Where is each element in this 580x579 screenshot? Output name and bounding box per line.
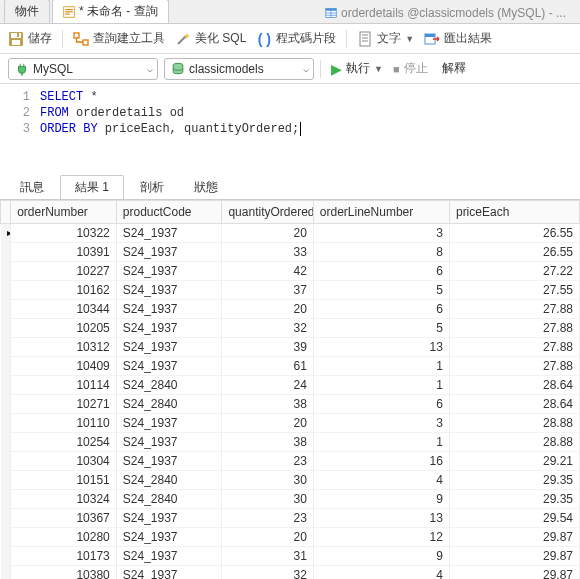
cell[interactable]: 33 bbox=[222, 243, 313, 262]
cell[interactable]: 29.35 bbox=[449, 471, 579, 490]
cell[interactable]: 28.64 bbox=[449, 376, 579, 395]
cell[interactable]: 26.55 bbox=[449, 243, 579, 262]
cell[interactable]: S24_2840 bbox=[116, 395, 222, 414]
explain-button[interactable]: 解釋 bbox=[438, 60, 466, 77]
cell[interactable]: 8 bbox=[313, 243, 449, 262]
table-row[interactable]: 10227S24_193742627.22 bbox=[1, 262, 580, 281]
table-row[interactable]: 10254S24_193738128.88 bbox=[1, 433, 580, 452]
table-row[interactable]: 10344S24_193720627.88 bbox=[1, 300, 580, 319]
table-row[interactable]: 10324S24_284030929.35 bbox=[1, 490, 580, 509]
cell[interactable]: 10280 bbox=[11, 528, 117, 547]
cell[interactable]: 27.88 bbox=[449, 319, 579, 338]
cell[interactable]: S24_1937 bbox=[116, 452, 222, 471]
cell[interactable]: S24_1937 bbox=[116, 224, 222, 243]
cell[interactable]: 9 bbox=[313, 490, 449, 509]
table-row[interactable]: ▸10322S24_193720326.55 bbox=[1, 224, 580, 243]
cell[interactable]: 24 bbox=[222, 376, 313, 395]
column-header[interactable]: priceEach bbox=[449, 201, 579, 224]
cell[interactable]: 28.88 bbox=[449, 433, 579, 452]
cell[interactable]: 30 bbox=[222, 471, 313, 490]
cell[interactable]: 13 bbox=[313, 509, 449, 528]
cell[interactable]: 37 bbox=[222, 281, 313, 300]
cell[interactable]: S24_1937 bbox=[116, 566, 222, 580]
beautify-sql-button[interactable]: 美化 SQL bbox=[175, 30, 246, 47]
objects-tab[interactable]: 物件 bbox=[4, 0, 50, 23]
cell[interactable]: 10151 bbox=[11, 471, 117, 490]
cell[interactable]: 42 bbox=[222, 262, 313, 281]
table-row[interactable]: 10114S24_284024128.64 bbox=[1, 376, 580, 395]
cell[interactable]: 10409 bbox=[11, 357, 117, 376]
cell[interactable]: 6 bbox=[313, 262, 449, 281]
column-header[interactable]: quantityOrdered bbox=[222, 201, 313, 224]
cell[interactable]: 29.21 bbox=[449, 452, 579, 471]
cell[interactable]: 10391 bbox=[11, 243, 117, 262]
cell[interactable]: 29.87 bbox=[449, 547, 579, 566]
cell[interactable]: 10173 bbox=[11, 547, 117, 566]
cell[interactable]: 26.55 bbox=[449, 224, 579, 243]
cell[interactable]: 38 bbox=[222, 395, 313, 414]
cell[interactable]: 3 bbox=[313, 414, 449, 433]
table-row[interactable]: 10205S24_193732527.88 bbox=[1, 319, 580, 338]
database-combo[interactable]: classicmodels ⌵ bbox=[164, 58, 314, 80]
cell[interactable]: S24_1937 bbox=[116, 300, 222, 319]
cell[interactable]: 13 bbox=[313, 338, 449, 357]
query-builder-button[interactable]: 查詢建立工具 bbox=[73, 30, 165, 47]
cell[interactable]: 3 bbox=[313, 224, 449, 243]
text-button[interactable]: 文字 ▼ bbox=[357, 30, 414, 47]
cell[interactable]: S24_1937 bbox=[116, 414, 222, 433]
export-button[interactable]: 匯出結果 bbox=[424, 30, 492, 47]
cell[interactable]: 10271 bbox=[11, 395, 117, 414]
cell[interactable]: 4 bbox=[313, 566, 449, 580]
cell[interactable]: S24_1937 bbox=[116, 338, 222, 357]
cell[interactable]: S24_1937 bbox=[116, 528, 222, 547]
cell[interactable]: 10114 bbox=[11, 376, 117, 395]
cell[interactable]: S24_1937 bbox=[116, 433, 222, 452]
sql-editor[interactable]: 1 SELECT * 2 FROM orderdetails od 3 ORDE… bbox=[0, 84, 580, 176]
cell[interactable]: S24_1937 bbox=[116, 319, 222, 338]
status-tab[interactable]: 狀態 bbox=[180, 176, 232, 199]
cell[interactable]: 10324 bbox=[11, 490, 117, 509]
run-button[interactable]: ▶ 執行 ▼ bbox=[331, 60, 383, 77]
cell[interactable]: 5 bbox=[313, 319, 449, 338]
cell[interactable]: 10254 bbox=[11, 433, 117, 452]
cell[interactable]: 10380 bbox=[11, 566, 117, 580]
cell[interactable]: 10227 bbox=[11, 262, 117, 281]
cell[interactable]: 29.54 bbox=[449, 509, 579, 528]
cell[interactable]: 20 bbox=[222, 528, 313, 547]
table-row[interactable]: 10409S24_193761127.88 bbox=[1, 357, 580, 376]
table-row[interactable]: 10151S24_284030429.35 bbox=[1, 471, 580, 490]
cell[interactable]: S24_1937 bbox=[116, 547, 222, 566]
cell[interactable]: S24_2840 bbox=[116, 376, 222, 395]
orderdetails-tab[interactable]: orderdetails @classicmodels (MySQL) - ..… bbox=[315, 3, 576, 23]
cell[interactable]: 32 bbox=[222, 566, 313, 580]
cell[interactable]: 38 bbox=[222, 433, 313, 452]
cell[interactable]: S24_2840 bbox=[116, 471, 222, 490]
cell[interactable]: 20 bbox=[222, 224, 313, 243]
cell[interactable]: S24_2840 bbox=[116, 490, 222, 509]
column-header[interactable]: orderLineNumber bbox=[313, 201, 449, 224]
cell[interactable]: 10162 bbox=[11, 281, 117, 300]
cell[interactable]: 10344 bbox=[11, 300, 117, 319]
cell[interactable]: 31 bbox=[222, 547, 313, 566]
stop-button[interactable]: ■ 停止 bbox=[393, 60, 428, 77]
table-row[interactable]: 10271S24_284038628.64 bbox=[1, 395, 580, 414]
cell[interactable]: 20 bbox=[222, 300, 313, 319]
result1-tab[interactable]: 結果 1 bbox=[60, 175, 124, 199]
cell[interactable]: S24_1937 bbox=[116, 243, 222, 262]
cell[interactable]: 28.88 bbox=[449, 414, 579, 433]
server-combo[interactable]: MySQL ⌵ bbox=[8, 58, 158, 80]
cell[interactable]: 30 bbox=[222, 490, 313, 509]
cell[interactable]: S24_1937 bbox=[116, 281, 222, 300]
cell[interactable]: 20 bbox=[222, 414, 313, 433]
save-button[interactable]: 儲存 bbox=[8, 30, 52, 47]
cell[interactable]: 29.87 bbox=[449, 566, 579, 580]
cell[interactable]: 10367 bbox=[11, 509, 117, 528]
cell[interactable]: 10312 bbox=[11, 338, 117, 357]
cell[interactable]: 1 bbox=[313, 357, 449, 376]
table-row[interactable]: 10173S24_193731929.87 bbox=[1, 547, 580, 566]
cell[interactable]: 23 bbox=[222, 509, 313, 528]
table-row[interactable]: 10162S24_193737527.55 bbox=[1, 281, 580, 300]
cell[interactable]: 6 bbox=[313, 300, 449, 319]
cell[interactable]: 27.55 bbox=[449, 281, 579, 300]
table-row[interactable]: 10391S24_193733826.55 bbox=[1, 243, 580, 262]
